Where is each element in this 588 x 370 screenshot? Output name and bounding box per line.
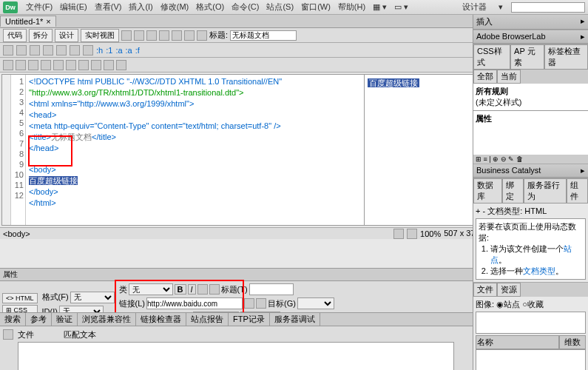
tab-svr[interactable]: 服务器行为 [524, 178, 567, 204]
tab-bind[interactable]: 绑定 [502, 178, 524, 204]
toolbar-icon[interactable] [3, 45, 13, 56]
toolbar-icon[interactable] [83, 45, 93, 56]
props-html-tab[interactable]: <> HTML [2, 293, 38, 303]
menu-edit[interactable]: 编辑(E) [56, 1, 91, 13]
menu-file[interactable]: 文件(F) [22, 1, 56, 13]
toolbar-icon[interactable]: ▭ ▾ [391, 2, 412, 12]
view-live-button[interactable]: 实时视图 [81, 29, 119, 42]
tab-db[interactable]: 数据库 [473, 178, 502, 204]
toolbar-icon[interactable] [91, 60, 101, 70]
zoom-level[interactable]: 100% [420, 229, 441, 238]
preview-link[interactable]: 百度超级链接 [368, 78, 419, 87]
list-ul-icon[interactable] [197, 284, 208, 295]
toolbar-icon[interactable] [104, 60, 114, 70]
document-tab[interactable]: Untitled-1* × [0, 16, 56, 27]
view-design-button[interactable]: 设计 [55, 29, 78, 42]
tab-ftplog[interactable]: FTP记录 [229, 313, 270, 326]
h2-icon[interactable]: :a [115, 46, 122, 55]
format-icon[interactable]: :f [135, 46, 140, 55]
asset-list[interactable] [476, 349, 586, 370]
tab-comp[interactable]: 组件 [567, 178, 588, 204]
tab-validate[interactable]: 验证 [52, 313, 78, 326]
h3-icon[interactable]: :a [126, 46, 132, 55]
toolbar-icon[interactable] [56, 45, 67, 56]
col-dim[interactable]: 维数 [559, 335, 586, 349]
tab-assets[interactable]: 资源 [497, 283, 521, 297]
menu-view[interactable]: 查看(V) [91, 1, 126, 13]
code-editor[interactable]: <!DOCTYPE html PUBLIC "-//W3C//DTD XHTML… [26, 75, 364, 225]
title-label: 标题: [209, 30, 228, 41]
css-all[interactable]: 全部 [473, 70, 497, 84]
toolbar-icon[interactable] [121, 30, 132, 41]
toolbar-icon[interactable] [159, 30, 169, 41]
play-icon[interactable] [3, 329, 13, 340]
app-logo-icon: Dw [3, 1, 18, 13]
browserlab-header[interactable]: Adobe BrowserLab▸ [473, 30, 588, 44]
css-current[interactable]: 当前 [497, 70, 521, 84]
toolbar-icon[interactable] [16, 60, 26, 70]
tab-css[interactable]: CSS样式 [473, 44, 510, 70]
toolbar-icon[interactable] [184, 30, 195, 41]
close-icon[interactable]: × [46, 17, 50, 26]
doctype-link[interactable]: 文档类型 [523, 266, 555, 275]
menu-window[interactable]: 窗口(W) [297, 1, 334, 13]
menu-insert[interactable]: 插入(I) [125, 1, 156, 13]
menu-help[interactable]: 帮助(H) [334, 1, 369, 13]
tab-files[interactable]: 文件 [473, 283, 497, 297]
menu-modify[interactable]: 修改(M) [157, 1, 193, 13]
heading-icon[interactable]: :h [96, 46, 103, 55]
target-select[interactable] [297, 297, 334, 309]
tab-serverdebug[interactable]: 服务器调试 [270, 313, 320, 326]
link-input[interactable] [146, 297, 243, 309]
title-input[interactable] [230, 30, 297, 41]
status-icon[interactable] [407, 229, 417, 239]
toolbar-icon[interactable] [197, 30, 207, 41]
format-select[interactable]: 无 [70, 292, 115, 303]
italic-button[interactable]: I [188, 284, 196, 295]
toolbar-icon[interactable] [53, 60, 64, 70]
tab-linkcheck[interactable]: 链接检查器 [136, 313, 186, 326]
toolbar-icon[interactable] [70, 45, 80, 56]
class-select[interactable]: 无 [129, 283, 173, 295]
tab-search[interactable]: 搜索 [0, 313, 26, 326]
layout-selector[interactable]: 设计器 [459, 1, 490, 13]
col-name[interactable]: 名称 [476, 335, 559, 349]
toolbar-icon[interactable] [134, 30, 144, 41]
insert-panel-header[interactable]: 插入▸ [473, 15, 588, 30]
toolbar-icon[interactable] [78, 60, 89, 70]
toolbar-icon[interactable] [16, 45, 27, 56]
toolbar-icon[interactable] [172, 30, 182, 41]
menu-command[interactable]: 命令(C) [228, 1, 263, 13]
view-split-button[interactable]: 拆分 [29, 29, 53, 42]
menu-site[interactable]: 站点(S) [263, 1, 297, 13]
link-picker-icon[interactable] [244, 298, 254, 309]
menu-format[interactable]: 格式(O) [192, 1, 228, 13]
toolbar-icon[interactable] [66, 60, 76, 70]
toolbar-icon[interactable]: ▦ ▾ [369, 2, 391, 12]
results-list[interactable] [18, 342, 454, 370]
toolbar-icon[interactable] [3, 60, 13, 70]
tag-path[interactable]: <body> [3, 229, 30, 238]
folder-icon[interactable] [256, 298, 266, 309]
col-match: 匹配文本 [64, 329, 96, 340]
properties-header[interactable]: 属性 [0, 269, 473, 281]
status-icon[interactable] [393, 229, 404, 239]
tab-ap[interactable]: AP 元素 [510, 44, 544, 70]
tab-taginspect[interactable]: 标签检查器 [544, 44, 588, 70]
toolbar-icon[interactable] [146, 30, 157, 41]
search-input[interactable] [511, 2, 585, 13]
tab-sitereport[interactable]: 站点报告 [186, 313, 229, 326]
toolbar-icon[interactable] [41, 60, 51, 70]
toolbar-icon[interactable] [28, 60, 38, 70]
list-ol-icon[interactable] [209, 284, 220, 295]
toolbar-icon[interactable] [43, 45, 53, 56]
toolbar-icon[interactable] [30, 45, 40, 56]
view-code-button[interactable]: 代码 [3, 29, 27, 42]
bold-button[interactable]: B [175, 284, 186, 295]
bc-header[interactable]: Business Catalyst▸ [473, 164, 588, 178]
tab-compat[interactable]: 浏览器兼容性 [78, 313, 136, 326]
tab-reference[interactable]: 参考 [26, 313, 52, 326]
h1-icon[interactable]: :1 [106, 46, 112, 55]
toolbar-icon[interactable] [116, 60, 126, 70]
title-field[interactable] [249, 283, 294, 295]
